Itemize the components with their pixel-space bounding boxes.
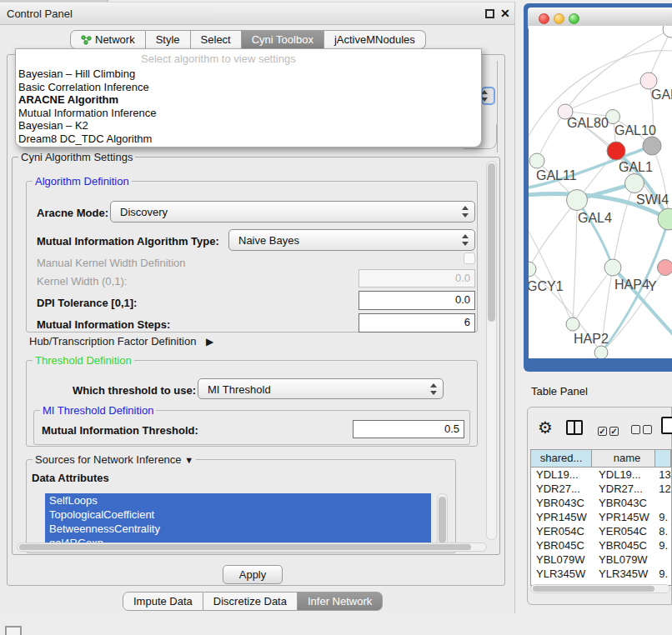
table-cell: YDL19... (591, 468, 654, 482)
mi-steps-label: Mutual Information Steps: (37, 318, 170, 331)
group-title: Algorithm Definition (33, 175, 132, 188)
manual-kernel-checkbox[interactable] (464, 252, 475, 264)
graph-node-label: GAL1 (619, 160, 653, 174)
minimize-traffic-light-icon[interactable] (554, 13, 564, 24)
column-header-name[interactable]: name (592, 450, 655, 468)
selected-value: Discovery (120, 206, 168, 218)
algorithm-option[interactable]: ARACNE Algorithm (16, 93, 481, 107)
table-row[interactable]: YDL19...YDL19...13 (531, 468, 671, 482)
settings-vertical-scrollbar[interactable] (486, 161, 497, 540)
gear-icon[interactable]: ⚙ (538, 418, 553, 438)
graph-node[interactable] (594, 346, 608, 358)
network-canvas[interactable]: GAL2GAL80GAL10GAL1GAL11SWI4GAL4GCY1HAP4Y… (529, 26, 672, 358)
table-cell: 9. (654, 538, 671, 552)
graph-node[interactable] (658, 260, 672, 276)
table-cell: YDR27... (531, 482, 591, 496)
tab-style[interactable]: Style (146, 30, 191, 49)
which-threshold-select[interactable]: MI Threshold (198, 378, 444, 399)
table-cell: YPR145W (531, 510, 591, 524)
hub-definition-expander[interactable]: Hub/Transcription Factor Definition ▶ (29, 335, 213, 348)
aracne-mode-select[interactable]: Discovery (110, 201, 475, 222)
tab-infer-network[interactable]: Infer Network (298, 592, 383, 611)
tab-cyni-toolbox[interactable]: Cyni Toolbox (242, 30, 324, 49)
table-cell: 9. (654, 567, 671, 581)
column-header-clipped[interactable] (655, 450, 671, 468)
mi-steps-field[interactable]: 6 (359, 313, 475, 332)
table-cell: YBR045C (531, 538, 591, 552)
graph-node[interactable] (567, 190, 588, 211)
close-window-icon[interactable]: ✕ (500, 7, 510, 20)
checked-pair-icon[interactable]: ✓✓ (598, 424, 621, 437)
dpi-tolerance-field[interactable]: 0.0 (359, 291, 475, 310)
graph-node[interactable] (640, 72, 657, 89)
zoom-traffic-light-icon[interactable] (569, 13, 579, 24)
graph-node[interactable] (566, 318, 579, 331)
sources-title: Sources for Network Inference (35, 453, 182, 466)
settings-horizontal-scrollbar[interactable] (17, 542, 487, 552)
table-row[interactable]: YLR345WYLR345W9. (531, 567, 671, 581)
algorithm-option[interactable]: Bayesian – Hill Climbing (16, 68, 481, 81)
graph-node[interactable] (643, 137, 661, 155)
graph-node[interactable] (658, 208, 672, 230)
close-traffic-light-icon[interactable] (539, 13, 549, 24)
table-cell: 12 (654, 482, 671, 496)
combo-stepper-icon (462, 206, 469, 218)
table-row[interactable]: YBR043CYBR043C (531, 496, 671, 510)
tab-network[interactable]: Network (70, 30, 146, 49)
algorithm-option[interactable]: Basic Correlation Inference (16, 81, 481, 94)
graph-node[interactable] (663, 26, 672, 38)
apply-button[interactable]: Apply (223, 565, 283, 584)
algorithm-option[interactable]: Dream8 DC_TDC Algorithm (16, 132, 481, 146)
columns-icon[interactable] (566, 420, 583, 435)
table-horizontal-scrollbar[interactable] (530, 584, 670, 593)
column-header-shared-name[interactable]: shared... (531, 450, 592, 468)
group-title: MI Threshold Definition (40, 404, 156, 417)
kernel-width-field[interactable]: 0.0 (359, 269, 475, 288)
table-row[interactable]: YDR27...YDR27...12 (531, 482, 671, 496)
tab-label: Discretize Data (213, 595, 287, 608)
dpi-tolerance-label: DPI Tolerance [0,1]: (37, 297, 137, 309)
mi-threshold-field[interactable]: 0.5 (353, 420, 464, 438)
collapse-arrow-icon[interactable]: ▼ (184, 455, 193, 465)
selected-value: Naive Bayes (238, 234, 299, 247)
graph-node[interactable] (625, 174, 644, 193)
tab-jactivemnodules[interactable]: jActiveMNodules (324, 30, 426, 49)
network-view-window: GAL2GAL80GAL10GAL1GAL11SWI4GAL4GCY1HAP4Y… (524, 3, 672, 372)
mi-algorithm-type-select[interactable]: Naive Bayes (228, 229, 475, 251)
graph-node[interactable] (529, 262, 536, 277)
attribute-option[interactable]: TopologicalCoefficient (45, 508, 431, 522)
float-window-icon[interactable] (485, 9, 494, 18)
table-cell: YLR345W (531, 567, 591, 581)
table-cell (654, 496, 671, 510)
unchecked-pair-icon[interactable] (631, 424, 654, 437)
table-cell: YBR043C (591, 496, 654, 510)
graph-node[interactable] (529, 153, 544, 168)
group-title: Sources for Network Inference ▼ (33, 453, 196, 467)
graph-node[interactable] (604, 259, 621, 276)
table-row[interactable]: YBR045CYBR045C9. (531, 538, 671, 552)
table-cell: 13 (654, 468, 671, 482)
page-icon[interactable] (661, 417, 672, 434)
table-row[interactable]: YBL079WYBL079W (531, 552, 671, 567)
algorithm-option[interactable]: Bayesian – K2 (16, 119, 481, 132)
data-attributes-label: Data Attributes (32, 472, 109, 484)
tab-select[interactable]: Select (191, 30, 242, 49)
threshold-definition-group: Threshold Definition Which threshold to … (26, 360, 478, 447)
tab-discretize-data[interactable]: Discretize Data (203, 592, 298, 611)
algorithm-option[interactable]: Mutual Information Inference (16, 107, 481, 120)
selected-value: MI Threshold (208, 382, 271, 395)
attribute-option[interactable]: BetweennessCentrality (45, 522, 431, 536)
table-cell: YBL079W (591, 552, 654, 567)
combo-stepper-icon[interactable] (481, 87, 495, 105)
tab-impute-data[interactable]: Impute Data (123, 592, 203, 611)
which-threshold-label: Which threshold to use: (73, 384, 196, 397)
table-row[interactable]: YPR145WYPR145W9. (531, 510, 671, 524)
table-row[interactable]: YER054CYER054C8. (531, 524, 671, 538)
attribute-option[interactable]: SelfLoops (45, 493, 431, 508)
expand-arrow-icon: ▶ (206, 336, 213, 348)
table-header-row: shared... name (531, 450, 671, 468)
minimized-panel-icon[interactable] (5, 626, 22, 635)
tab-label: Style (156, 33, 180, 46)
table-cell: YBR045C (591, 538, 654, 552)
graph-node[interactable] (607, 142, 625, 160)
